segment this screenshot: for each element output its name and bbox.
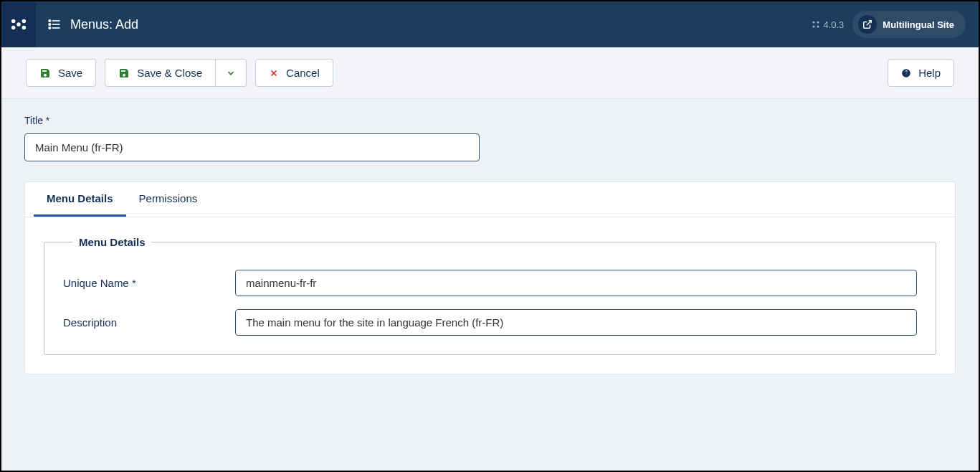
description-label: Description bbox=[63, 316, 235, 329]
header-right: 4.0.3 Multilingual Site bbox=[812, 11, 979, 38]
title-field-label: Title * bbox=[24, 115, 956, 126]
tab-menu-details[interactable]: Menu Details bbox=[34, 182, 126, 217]
toolbar: Save Save & Close Cancel Help bbox=[1, 47, 979, 99]
svg-point-6 bbox=[49, 27, 51, 29]
tabs: Menu Details Permissions bbox=[25, 182, 955, 217]
version-text: 4.0.3 bbox=[823, 19, 844, 30]
svg-point-10 bbox=[817, 26, 819, 28]
svg-point-4 bbox=[49, 20, 51, 22]
tab-permissions[interactable]: Permissions bbox=[126, 182, 211, 217]
form-row-unique-name: Unique Name * bbox=[63, 270, 917, 296]
close-icon bbox=[269, 68, 279, 78]
form-row-description: Description bbox=[63, 309, 917, 336]
svg-point-5 bbox=[49, 24, 51, 26]
joomla-logo[interactable] bbox=[1, 1, 36, 47]
external-link-icon bbox=[858, 15, 877, 34]
joomla-small-icon bbox=[812, 20, 820, 29]
fieldset-legend: Menu Details bbox=[73, 236, 151, 248]
header: Menus: Add 4.0.3 Multilingual Site bbox=[1, 1, 979, 47]
svg-point-7 bbox=[813, 22, 815, 24]
tab-body: Menu Details Unique Name * Description bbox=[25, 217, 955, 374]
help-label: Help bbox=[918, 67, 941, 79]
chevron-down-icon bbox=[226, 68, 236, 78]
save-close-button[interactable]: Save & Close bbox=[105, 59, 216, 87]
svg-point-9 bbox=[813, 26, 815, 28]
description-input[interactable] bbox=[235, 309, 917, 336]
unique-name-label: Unique Name * bbox=[63, 277, 235, 289]
site-link-button[interactable]: Multilingual Site bbox=[852, 11, 966, 38]
svg-point-0 bbox=[16, 22, 21, 27]
page-title: Menus: Add bbox=[70, 17, 138, 32]
svg-point-8 bbox=[817, 22, 819, 24]
list-icon bbox=[47, 17, 62, 32]
header-title-area: Menus: Add bbox=[36, 17, 812, 32]
save-icon bbox=[118, 67, 130, 79]
help-button[interactable]: Help bbox=[888, 59, 954, 87]
save-close-dropdown[interactable] bbox=[216, 59, 247, 87]
tabs-panel: Menu Details Permissions Menu Details Un… bbox=[24, 181, 956, 374]
save-close-label: Save & Close bbox=[137, 67, 202, 79]
cancel-button[interactable]: Cancel bbox=[255, 59, 333, 87]
save-close-group: Save & Close bbox=[105, 59, 247, 87]
menu-details-fieldset: Menu Details Unique Name * Description bbox=[44, 236, 936, 355]
content-area: Title * Menu Details Permissions Menu De… bbox=[1, 99, 979, 472]
save-button-label: Save bbox=[58, 67, 82, 79]
cancel-label: Cancel bbox=[286, 67, 320, 79]
save-button[interactable]: Save bbox=[26, 59, 96, 87]
save-icon bbox=[39, 67, 51, 79]
version-label: 4.0.3 bbox=[812, 19, 844, 30]
title-input[interactable] bbox=[24, 133, 480, 161]
question-icon bbox=[901, 68, 911, 78]
unique-name-input[interactable] bbox=[235, 270, 917, 296]
svg-line-11 bbox=[867, 21, 871, 25]
site-name-label: Multilingual Site bbox=[883, 19, 954, 30]
joomla-icon bbox=[11, 16, 27, 32]
